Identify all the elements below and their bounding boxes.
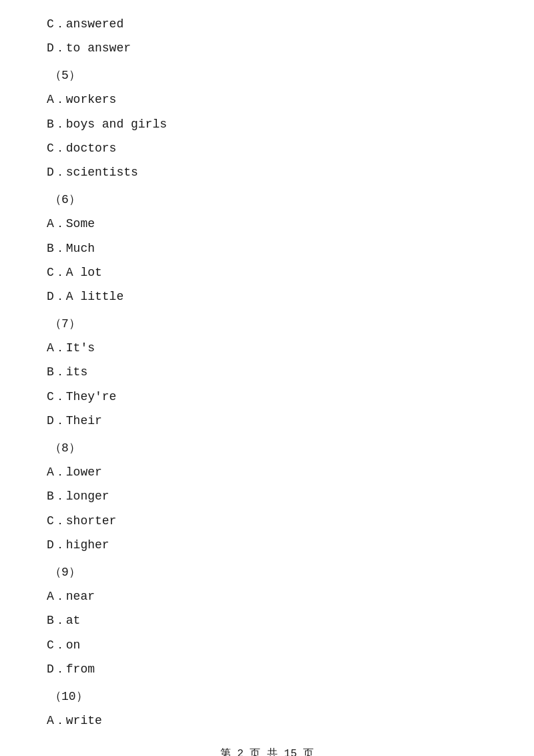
option-b6: B．Much	[47, 238, 487, 259]
question-10: （10）	[47, 686, 487, 707]
question-5: （5）	[47, 65, 487, 86]
option-c8: C．shorter	[47, 510, 487, 532]
option-a7: A．It's	[47, 337, 487, 359]
option-c7: C．They're	[47, 386, 487, 407]
option-d6: D．A little	[47, 286, 487, 307]
page-footer: 第 2 页 共 15 页	[0, 747, 534, 756]
option-a10: A．write	[47, 710, 487, 731]
option-d9: D．from	[47, 658, 487, 680]
main-content: C．answered D．to answer （5） A．workers B．b…	[0, 0, 534, 756]
question-8: （8）	[47, 437, 487, 459]
option-a8: A．lower	[47, 461, 487, 483]
option-c6: C．A lot	[47, 262, 487, 283]
option-d7: D．Their	[47, 410, 487, 431]
option-d5: D．scientists	[47, 162, 487, 183]
question-7: （7）	[47, 313, 487, 335]
option-a6: A．Some	[47, 213, 487, 234]
question-9: （9）	[47, 562, 487, 583]
option-a5: A．workers	[47, 89, 487, 110]
option-a9: A．near	[47, 586, 487, 607]
option-c9: C．on	[47, 634, 487, 656]
option-d8: D．higher	[47, 534, 487, 556]
option-b7: B．its	[47, 361, 487, 383]
option-c-answered: C．answered	[47, 13, 487, 35]
question-6: （6）	[47, 189, 487, 210]
option-b9: B．at	[47, 610, 487, 631]
option-d-to-answer: D．to answer	[47, 37, 487, 59]
option-c5: C．doctors	[47, 138, 487, 159]
option-b5: B．boys and girls	[47, 114, 487, 135]
option-b8: B．longer	[47, 486, 487, 507]
